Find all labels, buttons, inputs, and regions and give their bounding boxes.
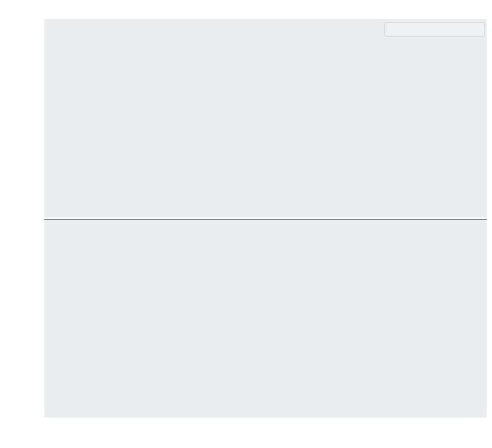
figure: [0, 0, 492, 448]
zero-line: [44, 219, 487, 220]
bottom-axes: [44, 219, 487, 418]
legend: [384, 22, 485, 37]
company-value-dot: [44, 19, 50, 25]
top-axes: [44, 19, 487, 217]
legend-line-sample: [390, 29, 406, 30]
